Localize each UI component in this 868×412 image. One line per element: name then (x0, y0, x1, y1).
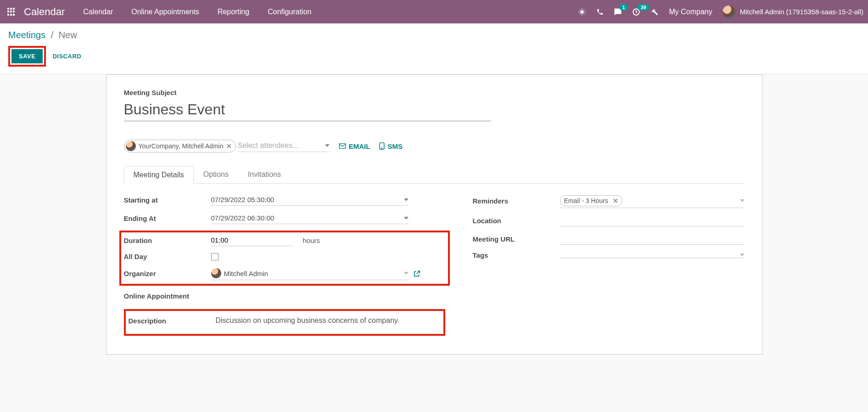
description-label: Description (129, 317, 216, 325)
ending-at-label: Ending At (124, 214, 211, 222)
activities-icon[interactable]: 39 (632, 8, 640, 16)
organizer-field[interactable]: Mitchell Admin (211, 267, 409, 280)
sms-button[interactable]: SMS (379, 142, 403, 150)
mobile-icon (379, 142, 385, 150)
attendee-chip[interactable]: YourCompany, Mitchell Admin ✕ (124, 140, 236, 152)
right-column: Reminders Email - 3 Hours ✕ Location (473, 194, 745, 336)
user-menu[interactable]: Mitchell Admin (17915358-saas-15-2-all) (722, 6, 863, 18)
nav-configuration[interactable]: Configuration (268, 8, 311, 16)
envelope-icon (339, 143, 346, 149)
attendee-placeholder: Select attendees... (238, 141, 299, 150)
starting-at-value: 07/29/2022 05:30:00 (211, 196, 274, 203)
starting-at-label: Starting at (124, 196, 211, 204)
tags-label: Tags (473, 251, 560, 259)
control-panel: Meetings / New SAVE DISCARD (0, 23, 868, 74)
activities-badge: 39 (638, 4, 649, 11)
nav-calendar[interactable]: Calendar (83, 8, 113, 16)
svg-point-3 (382, 148, 383, 149)
tags-field[interactable] (560, 252, 745, 258)
starting-at-field[interactable]: 07/29/2022 05:30:00 (211, 194, 409, 206)
tab-options[interactable]: Options (194, 165, 238, 183)
form-sheet: Meeting Subject YourCompany, Mitchell Ad… (106, 74, 762, 355)
subject-label: Meeting Subject (124, 89, 745, 96)
duration-label: Duration (124, 237, 211, 244)
attendee-chip-label: YourCompany, Mitchell Admin (139, 142, 224, 150)
online-appointment-label: Online Appointment (124, 292, 190, 300)
app-title: Calendar (24, 6, 65, 18)
duration-input[interactable] (211, 234, 294, 246)
breadcrumb-current: New (59, 30, 77, 40)
reminder-remove-icon[interactable]: ✕ (611, 197, 618, 204)
ending-at-field[interactable]: 07/29/2022 06:30:00 (211, 212, 409, 224)
reminders-field[interactable]: Email - 3 Hours ✕ (560, 194, 745, 208)
ending-at-value: 07/29/2022 06:30:00 (211, 214, 274, 222)
company-selector[interactable]: My Company (669, 8, 712, 16)
reminder-tag[interactable]: Email - 3 Hours ✕ (560, 195, 622, 206)
tab-meeting-details[interactable]: Meeting Details (124, 166, 194, 184)
left-column: Starting at 07/29/2022 05:30:00 Ending A… (124, 194, 445, 336)
phone-icon[interactable] (596, 8, 604, 16)
highlight-description-block: Description Discussion on upcoming busin… (124, 309, 445, 336)
description-value[interactable]: Discussion on upcoming business concerns… (216, 316, 400, 325)
user-avatar-icon (722, 6, 735, 18)
apps-launcher-icon[interactable] (7, 8, 16, 16)
allday-label: All Day (124, 253, 211, 260)
location-label: Location (473, 217, 560, 225)
highlight-save: SAVE (8, 46, 46, 67)
top-navbar: Calendar Calendar Online Appointments Re… (0, 0, 868, 23)
location-input[interactable] (560, 214, 745, 226)
email-button[interactable]: EMAIL (339, 142, 370, 150)
external-link-icon[interactable] (413, 270, 420, 277)
chevron-down-icon (740, 254, 745, 256)
messages-badge: 1 (619, 4, 627, 11)
svg-point-0 (581, 10, 584, 14)
nav-online-appointments[interactable]: Online Appointments (131, 8, 199, 16)
organizer-label: Organizer (124, 270, 211, 277)
breadcrumb: Meetings / New (8, 30, 860, 40)
organizer-avatar-icon (211, 268, 221, 278)
save-button[interactable]: SAVE (11, 49, 43, 63)
debug-icon[interactable] (578, 8, 586, 16)
chevron-down-icon (404, 272, 409, 275)
tab-invitations[interactable]: Invitations (238, 165, 291, 183)
attendee-row: YourCompany, Mitchell Admin ✕ Select att… (124, 140, 745, 152)
chevron-down-icon (404, 198, 409, 201)
messages-icon[interactable]: 1 (614, 8, 622, 16)
chevron-down-icon (325, 144, 330, 147)
chevron-down-icon (404, 217, 409, 220)
top-nav: Calendar Online Appointments Reporting C… (83, 8, 311, 16)
highlight-duration-block: Duration hours All Day Organizer (119, 231, 450, 286)
tools-icon[interactable] (650, 8, 659, 16)
reminders-label: Reminders (473, 197, 560, 205)
attendee-select[interactable]: Select attendees... (238, 140, 330, 152)
duration-unit: hours (303, 237, 320, 244)
nav-reporting[interactable]: Reporting (218, 8, 249, 16)
attendee-avatar-icon (126, 141, 136, 151)
subject-input[interactable] (124, 99, 491, 121)
breadcrumb-meetings[interactable]: Meetings (8, 30, 45, 40)
meeting-url-label: Meeting URL (473, 235, 560, 243)
meeting-url-input[interactable] (560, 233, 745, 245)
chevron-down-icon (740, 199, 745, 202)
organizer-value: Mitchell Admin (224, 270, 269, 277)
attendee-chip-remove-icon[interactable]: ✕ (226, 142, 232, 150)
top-right-tools: 1 39 My Company Mitchell Admin (17915358… (578, 6, 863, 18)
user-display-name: Mitchell Admin (17915358-saas-15-2-all) (740, 8, 863, 16)
discard-button[interactable]: DISCARD (52, 53, 81, 60)
tabs: Meeting Details Options Invitations (124, 165, 745, 184)
allday-checkbox[interactable] (211, 253, 218, 260)
